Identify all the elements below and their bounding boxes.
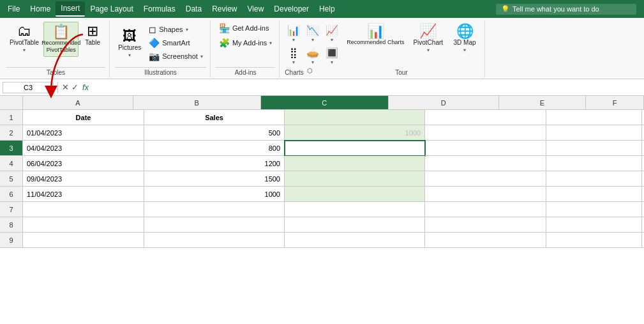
cell-b4[interactable]: 1200 (144, 156, 285, 171)
cell-d5[interactable] (425, 171, 546, 187)
menu-insert[interactable]: Insert (56, 1, 85, 17)
cell-c1[interactable] (285, 110, 425, 125)
pivot-table-button[interactable]: 🗂 PivotTable ▾ (6, 22, 42, 56)
cell-d1[interactable] (425, 110, 546, 125)
cell-c8[interactable] (285, 217, 425, 233)
cell-b6[interactable]: 1000 (144, 187, 285, 202)
row-header-4[interactable]: 4 (0, 156, 23, 171)
recommended-pivottables-button[interactable]: 📋 Recommended PivotTables (43, 22, 79, 57)
cell-e2[interactable] (546, 125, 642, 141)
cell-e3[interactable] (546, 141, 642, 156)
cell-b3[interactable]: 800 (144, 141, 285, 156)
pictures-button[interactable]: 🖼 Pictures ▾ (115, 22, 144, 66)
row-header-7[interactable]: 7 (0, 202, 23, 217)
cell-c7[interactable] (285, 202, 425, 217)
name-box[interactable] (3, 82, 54, 93)
cell-d6[interactable] (425, 187, 546, 202)
cell-c2[interactable]: 1000 (285, 125, 425, 141)
cell-e7[interactable] (546, 202, 642, 217)
row-header-3[interactable]: 3 (0, 141, 23, 156)
row-header-2[interactable]: 2 (0, 125, 23, 141)
col-header-e[interactable]: E (499, 96, 586, 110)
shapes-arrow: ▾ (186, 27, 188, 33)
area-chart-button[interactable]: 📈 ▾ (323, 23, 341, 44)
waterfall-chart-button[interactable]: 🔳 ▾ (323, 45, 341, 66)
col-header-b[interactable]: B (133, 96, 261, 110)
cell-e4[interactable] (546, 156, 642, 171)
charts-dialog-launcher[interactable]: ⬡ (305, 66, 315, 76)
waterfall-chart-icon: 🔳 (326, 47, 338, 59)
cell-b7[interactable] (144, 202, 285, 217)
menu-home[interactable]: Home (25, 2, 56, 16)
cell-d3[interactable] (425, 141, 546, 156)
menu-review[interactable]: Review (207, 2, 242, 16)
col-header-c[interactable]: C (261, 96, 389, 110)
cell-d8[interactable] (425, 217, 546, 233)
cell-c4[interactable] (285, 156, 425, 171)
cell-b5[interactable]: 1500 (144, 171, 285, 187)
row-header-6[interactable]: 6 (0, 187, 23, 202)
3d-map-button[interactable]: 🌐 3D Map ▾ (449, 22, 481, 56)
cell-d4[interactable] (425, 156, 546, 171)
cell-a1[interactable]: Date (23, 110, 144, 125)
confirm-formula-icon[interactable]: ✓ (71, 82, 79, 92)
cell-e8[interactable] (546, 217, 642, 233)
formula-input[interactable] (90, 82, 641, 93)
smartart-button[interactable]: 🔷 SmartArt (146, 36, 206, 49)
col-header-d[interactable]: D (389, 96, 499, 110)
row-header-9[interactable]: 9 (0, 233, 23, 248)
cell-e1[interactable] (546, 110, 642, 125)
line-chart-button[interactable]: 📉 ▾ (304, 23, 322, 44)
my-addins-button[interactable]: 🧩 My Add-ins ▾ (216, 36, 275, 49)
cell-c9[interactable] (285, 233, 425, 248)
menu-developer[interactable]: Developer (269, 2, 314, 16)
cell-b1[interactable]: Sales (144, 110, 285, 125)
cell-a8[interactable] (23, 217, 144, 233)
screenshot-button[interactable]: 📷 Screenshot ▾ (146, 50, 206, 63)
cell-c3[interactable] (285, 141, 425, 156)
recommended-charts-button[interactable]: 📊 Recommended Charts (343, 22, 407, 49)
tell-me-box[interactable]: 💡 Tell me what you want to do (496, 4, 636, 15)
cell-a3[interactable]: 04/04/2023 (23, 141, 144, 156)
cell-e9[interactable] (546, 233, 642, 248)
row-header-1[interactable]: 1 (0, 110, 23, 125)
menu-help[interactable]: Help (314, 2, 340, 16)
row-header-8[interactable]: 8 (0, 217, 23, 233)
cell-e5[interactable] (546, 171, 642, 187)
menu-pagelayout[interactable]: Page Layout (85, 2, 138, 16)
cell-a7[interactable] (23, 202, 144, 217)
cell-e6[interactable] (546, 187, 642, 202)
cell-a4[interactable]: 06/04/2023 (23, 156, 144, 171)
menu-view[interactable]: View (243, 2, 269, 16)
cell-d2[interactable] (425, 125, 546, 141)
cell-c6[interactable] (285, 187, 425, 202)
cell-c5[interactable] (285, 171, 425, 187)
cell-d7[interactable] (425, 202, 546, 217)
cell-a5[interactable]: 09/04/2023 (23, 171, 144, 187)
menu-data[interactable]: Data (181, 2, 207, 16)
menu-file[interactable]: File (3, 2, 25, 16)
cell-d9[interactable] (425, 233, 546, 248)
cell-b2[interactable]: 500 (144, 125, 285, 141)
cell-b9[interactable] (144, 233, 285, 248)
menu-formulas[interactable]: Formulas (139, 2, 181, 16)
recommended-pivot-label: Recommended PivotTables (41, 40, 80, 54)
table-button[interactable]: ⊞ Table (80, 22, 105, 49)
col-header-f[interactable]: F (586, 96, 644, 110)
get-addins-button[interactable]: 🏪 Get Add-ins (216, 22, 275, 35)
screenshot-label: Screenshot (162, 52, 198, 60)
shapes-button[interactable]: ◻ Shapes ▾ (146, 23, 206, 36)
formula-separator (57, 82, 58, 93)
scatter-chart-button[interactable]: ⣿ ▾ (285, 45, 303, 66)
cell-b8[interactable] (144, 217, 285, 233)
cell-a2[interactable]: 01/04/2023 (23, 125, 144, 141)
cell-a6[interactable]: 11/04/2023 (23, 187, 144, 202)
pivot-table-arrow: ▾ (23, 47, 26, 53)
cell-a9[interactable] (23, 233, 144, 248)
col-header-a[interactable]: A (23, 96, 133, 110)
cancel-formula-icon[interactable]: ✕ (62, 82, 69, 92)
row-header-5[interactable]: 5 (0, 171, 23, 187)
pie-chart-button[interactable]: 🥧 ▾ (304, 45, 322, 66)
bar-chart-button[interactable]: 📊 ▾ (285, 23, 303, 44)
pivotchart-button[interactable]: 📈 PivotChart ▾ (410, 22, 446, 56)
